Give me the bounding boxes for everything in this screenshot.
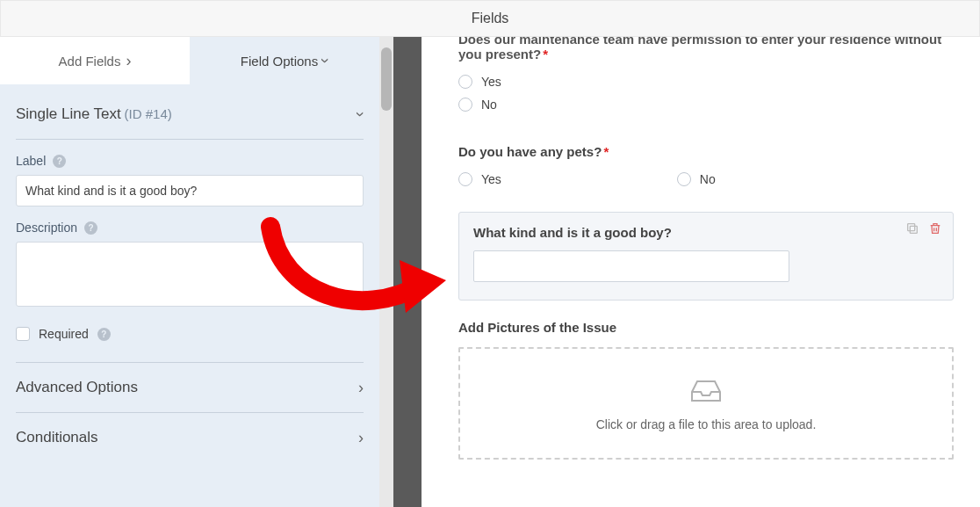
conditionals-header[interactable]: Conditionals › <box>16 413 364 462</box>
field-type-label: Single Line Text <box>16 105 121 122</box>
upload-field-label: Add Pictures of the Issue <box>458 320 954 335</box>
svg-rect-1 <box>908 224 915 231</box>
description-title: Description <box>16 221 77 235</box>
radio-grid: Yes No <box>458 168 954 191</box>
radio-label: Yes <box>481 75 501 89</box>
preview-field-selected[interactable]: What kind and is it a good boy? <box>458 212 954 301</box>
label-title: Label <box>16 154 46 168</box>
radio-option-no[interactable]: No <box>458 93 954 116</box>
tab-label: Add Fields <box>59 54 121 69</box>
label-group: Label ? <box>16 140 364 206</box>
required-label: Required <box>39 327 89 341</box>
required-checkbox[interactable] <box>16 327 30 341</box>
divider-dark <box>393 37 422 507</box>
selected-field-input[interactable] <box>473 250 789 282</box>
tab-add-fields[interactable]: Add Fields › <box>0 37 190 84</box>
scrollbar-thumb[interactable] <box>381 47 392 111</box>
radio-label: No <box>481 98 497 112</box>
form-preview: Does our maintenance team have permissio… <box>422 37 980 507</box>
description-title-row: Description ? <box>16 221 364 235</box>
main-container: Add Fields › Field Options › Single Line… <box>0 37 980 507</box>
radio-icon[interactable] <box>458 172 472 186</box>
radio-icon[interactable] <box>458 98 472 112</box>
radio-option-yes[interactable]: Yes <box>458 70 954 93</box>
svg-rect-0 <box>910 226 917 233</box>
help-icon[interactable]: ? <box>53 155 66 168</box>
advanced-options-header[interactable]: Advanced Options › <box>16 363 364 413</box>
label-input[interactable] <box>16 175 364 206</box>
chevron-down-icon: › <box>318 58 334 63</box>
radio-icon[interactable] <box>458 75 472 89</box>
page-header: Fields <box>0 0 980 37</box>
radio-label: No <box>700 172 716 186</box>
field-type-header[interactable]: Single Line Text (ID #14) › <box>16 100 364 140</box>
dropzone-text: Click or drag a file to this area to upl… <box>596 417 817 431</box>
tab-label: Field Options <box>241 54 318 69</box>
description-textarea[interactable] <box>16 242 364 307</box>
field-actions <box>905 221 942 235</box>
field-options-panel: Single Line Text (ID #14) › Label ? Desc… <box>0 84 379 507</box>
conditionals-title: Conditionals <box>16 429 98 446</box>
help-icon[interactable]: ? <box>97 328 111 341</box>
chevron-right-icon: › <box>358 430 364 445</box>
help-icon[interactable]: ? <box>84 221 97 235</box>
page-title: Fields <box>472 11 509 26</box>
tab-field-options[interactable]: Field Options › <box>190 37 379 84</box>
field-label: Does our maintenance team have permissio… <box>458 37 954 62</box>
label-title-row: Label ? <box>16 154 364 168</box>
chevron-down-icon: › <box>353 112 369 117</box>
radio-label: Yes <box>481 172 501 186</box>
selected-field-label: What kind and is it a good boy? <box>473 225 939 240</box>
description-group: Description ? <box>16 206 364 309</box>
inbox-icon <box>688 376 724 407</box>
required-row: Required ? <box>16 309 364 363</box>
field-id-label: (ID #14) <box>125 106 172 121</box>
required-asterisk: * <box>543 47 548 62</box>
field-label: Do you have any pets?* <box>458 144 954 159</box>
delete-icon[interactable] <box>928 221 942 235</box>
radio-option-no[interactable]: No <box>677 168 716 191</box>
chevron-right-icon: › <box>358 380 364 395</box>
required-asterisk: * <box>603 144 609 159</box>
radio-icon[interactable] <box>677 172 691 186</box>
sidebar-scrollbar[interactable] <box>379 37 393 507</box>
preview-field-permission[interactable]: Does our maintenance team have permissio… <box>458 37 954 132</box>
advanced-title: Advanced Options <box>16 379 138 396</box>
file-dropzone[interactable]: Click or drag a file to this area to upl… <box>458 347 954 460</box>
chevron-right-icon: › <box>126 53 131 69</box>
radio-option-yes[interactable]: Yes <box>458 168 501 191</box>
duplicate-icon[interactable] <box>905 221 919 235</box>
sidebar: Add Fields › Field Options › Single Line… <box>0 37 379 507</box>
sidebar-tabs: Add Fields › Field Options › <box>0 37 379 84</box>
preview-field-pets[interactable]: Do you have any pets?* Yes No <box>458 132 954 206</box>
